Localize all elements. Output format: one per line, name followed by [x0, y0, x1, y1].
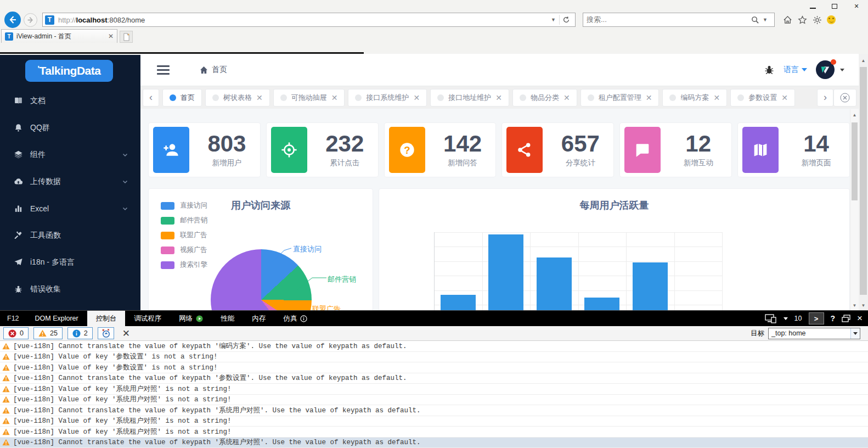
sidebar-item[interactable]: QQ群: [0, 114, 140, 141]
user-avatar[interactable]: [816, 60, 835, 79]
clear-console-button[interactable]: ✕: [122, 328, 130, 339]
page-tab[interactable]: 接口系统维护 ✕: [348, 89, 427, 107]
tab-close-icon[interactable]: ✕: [781, 94, 788, 102]
console-row[interactable]: [vue-i18n] Value of key '参数设置' is not a …: [0, 352, 868, 363]
unpin-window-icon[interactable]: [842, 315, 850, 322]
hamburger-menu-icon[interactable]: [157, 63, 170, 77]
content-scrollbar[interactable]: ▲ ▼: [850, 109, 859, 310]
tab-close-icon[interactable]: ✕: [563, 94, 570, 102]
favorites-star-icon[interactable]: [797, 15, 807, 25]
console-row[interactable]: [vue-i18n] Value of key '参数设置' is not a …: [0, 362, 868, 373]
page-tab[interactable]: 接口地址维护 ✕: [430, 89, 509, 107]
legend-item[interactable]: 联盟广告: [161, 231, 207, 240]
feedback-smiley-icon[interactable]: [827, 15, 836, 24]
target-select[interactable]: _top: home: [768, 328, 860, 339]
warning-filter-button[interactable]: 25: [33, 327, 63, 339]
f12-label[interactable]: F12: [0, 311, 26, 326]
scroll-down-icon[interactable]: ▼: [850, 301, 859, 310]
console-row[interactable]: [vue-i18n] Cannot translate the value of…: [0, 438, 868, 448]
devtools-tab[interactable]: 调试程序: [125, 311, 170, 326]
console-row[interactable]: [vue-i18n] Cannot translate the value of…: [0, 341, 868, 352]
scroll-up-icon[interactable]: ▲: [850, 110, 859, 119]
page-tab[interactable]: 物品分类 ✕: [512, 89, 577, 107]
tab-close-icon[interactable]: ✕: [495, 94, 502, 102]
scrollbar-thumb[interactable]: [860, 67, 867, 295]
legend-item[interactable]: 搜索引擎: [161, 260, 207, 270]
info-card: 657 分享统计: [501, 122, 614, 177]
settings-gear-icon[interactable]: [812, 15, 822, 25]
tab-close-icon[interactable]: ✕: [331, 94, 338, 102]
scroll-down-icon[interactable]: ▼: [859, 301, 868, 310]
tab-close-icon[interactable]: ✕: [646, 94, 652, 102]
console-button[interactable]: >: [809, 312, 824, 324]
devtools-tab[interactable]: 内存: [243, 311, 274, 326]
clear-on-navigate-button[interactable]: [98, 327, 114, 339]
console-row[interactable]: [vue-i18n] Value of key '系统用户对照' is not …: [0, 384, 868, 395]
info-filter-button[interactable]: 2: [67, 327, 93, 339]
back-button[interactable]: [4, 12, 21, 28]
window-close-button[interactable]: ×: [853, 2, 860, 10]
tags-scroll-left-button[interactable]: ‹: [143, 89, 159, 107]
sidebar-item[interactable]: 错误收集: [0, 276, 140, 303]
devtools-tab[interactable]: DOM Explorer: [26, 311, 87, 326]
console-row[interactable]: [vue-i18n] Value of key '系统租户对照' is not …: [0, 427, 868, 438]
sidebar: TalkingData 文档 QQ群 组件: [0, 54, 140, 310]
devtools-close-button[interactable]: ×: [857, 313, 863, 324]
page-tab[interactable]: 参数设置 ✕: [730, 89, 795, 107]
scrollbar-thumb[interactable]: [852, 122, 858, 200]
tab-close-icon[interactable]: ✕: [256, 94, 263, 102]
search-icon[interactable]: [751, 16, 759, 24]
new-tab-button[interactable]: [120, 31, 133, 43]
tab-close-icon[interactable]: ✕: [413, 94, 420, 102]
sidebar-item[interactable]: 上传数据: [0, 168, 140, 195]
console-row[interactable]: [vue-i18n] Value of key '系统用户对照' is not …: [0, 395, 868, 406]
help-button[interactable]: ?: [831, 314, 836, 323]
chevron-down-icon[interactable]: [784, 317, 788, 320]
sidebar-item[interactable]: 工具函数: [0, 222, 140, 249]
scroll-up-icon[interactable]: ▲: [859, 56, 868, 65]
devtools-tab[interactable]: 控制台: [87, 311, 126, 326]
sidebar-item[interactable]: i18n - 多语言: [0, 249, 140, 276]
browser-search-input[interactable]: 搜索... ▼: [583, 13, 775, 27]
refresh-icon[interactable]: [560, 16, 573, 24]
address-bar[interactable]: T http://localhost:8082/home ▼: [42, 13, 576, 27]
sidebar-item[interactable]: Excel: [0, 195, 140, 222]
breadcrumb-label[interactable]: 首页: [212, 65, 227, 75]
page-tab[interactable]: 可拖动抽屉 ✕: [273, 89, 345, 107]
console-row[interactable]: [vue-i18n] Cannot translate the value of…: [0, 405, 868, 416]
forward-button[interactable]: [24, 13, 37, 27]
console-row[interactable]: [vue-i18n] Cannot translate the value of…: [0, 373, 868, 384]
avatar-dropdown-caret-icon[interactable]: [840, 69, 844, 71]
page-tab[interactable]: 租户配置管理 ✕: [580, 89, 660, 107]
tab-close-icon[interactable]: ✕: [108, 32, 114, 40]
sidebar-item[interactable]: 文档: [0, 87, 140, 114]
select-dropdown-icon[interactable]: [850, 328, 860, 339]
home-icon[interactable]: [782, 15, 792, 25]
search-dropdown-caret-icon[interactable]: ▼: [759, 17, 771, 23]
tab-close-icon[interactable]: ✕: [713, 94, 720, 102]
bug-icon[interactable]: [764, 64, 775, 75]
devtools-tab[interactable]: 性能: [212, 311, 243, 326]
tags-scroll-right-button[interactable]: ›: [817, 89, 833, 107]
close-all-tabs-button[interactable]: [833, 89, 856, 107]
page-tab[interactable]: 编码方案 ✕: [662, 89, 727, 107]
sidebar-item[interactable]: 组件: [0, 141, 140, 168]
devtools-tab[interactable]: 仿真: [274, 311, 316, 326]
language-selector[interactable]: 语言: [784, 65, 807, 75]
error-filter-button[interactable]: 0: [3, 327, 29, 339]
legend-item[interactable]: 视频广告: [161, 245, 207, 255]
window-minimize-button[interactable]: [809, 2, 816, 10]
browser-tab[interactable]: T iView-admin - 首页 ✕: [1, 29, 117, 43]
browser-scrollbar[interactable]: ▲ ▼: [859, 54, 868, 310]
card-label: 累计点击: [330, 158, 359, 168]
page-tab[interactable]: 树状表格 ✕: [205, 89, 270, 107]
emulation-monitor-icon[interactable]: [765, 314, 777, 323]
window-maximize-button[interactable]: [831, 2, 838, 10]
console-row[interactable]: [vue-i18n] Value of key '系统租户对照' is not …: [0, 416, 868, 427]
legend-item[interactable]: 邮件营销: [161, 216, 207, 225]
legend-item[interactable]: 直接访问: [161, 201, 207, 210]
url-dropdown-caret-icon[interactable]: ▼: [548, 17, 559, 23]
warning-icon: [2, 396, 10, 403]
page-tab[interactable]: 首页 ✕: [162, 89, 202, 107]
devtools-tab[interactable]: 网络: [170, 311, 212, 326]
